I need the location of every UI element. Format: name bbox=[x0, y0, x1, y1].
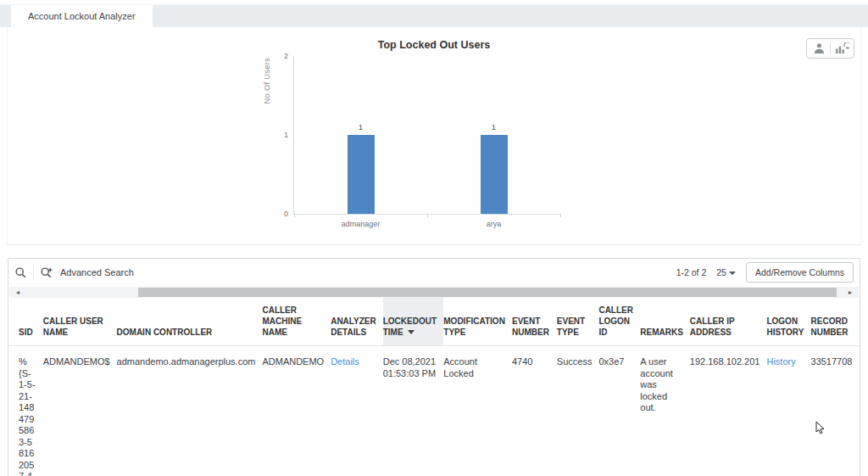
grid-toolbar: Advanced Search 1-2 of 2 25 Add/Remove C… bbox=[8, 259, 860, 286]
column-header-record-number[interactable]: RECORD NUMBER bbox=[811, 298, 860, 346]
x-category-label: admanager bbox=[342, 220, 381, 228]
cell-remarks: A user account was locked out. bbox=[640, 346, 690, 476]
cell-lockedout-time: Dec 08,2021 01:53:03 PM bbox=[383, 346, 444, 476]
table-panel: Advanced Search 1-2 of 2 25 Add/Remove C… bbox=[8, 258, 860, 476]
x-axis-tick bbox=[560, 214, 561, 217]
sort-desc-icon bbox=[408, 330, 415, 334]
column-header-analyzer-details[interactable]: ANALYZER DETAILS bbox=[331, 298, 383, 346]
cell-caller-machine-name: ADMANDEMO bbox=[262, 346, 331, 476]
table-header: SIDCALLER USER NAMEDOMAIN CONTROLLERCALL… bbox=[8, 298, 860, 346]
column-header-domain-controller[interactable]: DOMAIN CONTROLLER bbox=[117, 298, 263, 346]
details-link[interactable]: Details bbox=[331, 356, 359, 367]
x-axis-tick bbox=[294, 214, 295, 217]
cell-event-type: Success bbox=[557, 346, 599, 476]
column-header-event-number[interactable]: EVENT NUMBER bbox=[512, 298, 557, 346]
history-link[interactable]: History bbox=[766, 356, 795, 367]
advanced-search-icon[interactable] bbox=[40, 266, 53, 279]
page-size-dropdown[interactable]: 25 bbox=[716, 267, 736, 277]
column-header-caller-logon-id[interactable]: CALLER LOGON ID bbox=[598, 298, 640, 346]
y-tick-label: 1 bbox=[273, 131, 288, 139]
bar-arya[interactable] bbox=[481, 135, 508, 214]
divider bbox=[33, 266, 34, 279]
page-size-value: 25 bbox=[716, 267, 726, 277]
bar-value-label: 1 bbox=[477, 122, 511, 132]
advanced-search-label[interactable]: Advanced Search bbox=[60, 267, 134, 277]
scrollbar-thumb[interactable] bbox=[138, 288, 837, 297]
column-header-event-type[interactable]: EVENT TYPE bbox=[557, 298, 599, 346]
cell-event-number: 4740 bbox=[512, 346, 557, 476]
chart-refresh-icon[interactable] bbox=[831, 39, 854, 58]
table-row[interactable]: %{S-1-5-21-1484795863-58162057-416960951… bbox=[8, 346, 860, 476]
cell-caller-user-name: ADMANDEMO$ bbox=[43, 346, 117, 476]
toolbar-right: 1-2 of 2 25 Add/Remove Columns bbox=[676, 262, 854, 283]
column-header-caller-user-name[interactable]: CALLER USER NAME bbox=[43, 298, 117, 346]
x-category-label: arya bbox=[487, 220, 502, 228]
tab-bar: Account Lockout Analyzer bbox=[0, 4, 868, 27]
scroll-left-icon[interactable]: ◂ bbox=[11, 287, 25, 298]
column-header-remarks[interactable]: REMARKS bbox=[640, 298, 690, 346]
search-icon[interactable] bbox=[14, 266, 27, 279]
bar-admanager[interactable] bbox=[348, 135, 375, 214]
cell-modification-type: Account Locked bbox=[443, 346, 512, 476]
column-header-caller-ip-address[interactable]: CALLER IP ADDRESS bbox=[690, 298, 767, 346]
cell-record-number: 33517708 bbox=[811, 346, 860, 476]
column-header-lockedout-time[interactable]: LOCKEDOUT TIME bbox=[383, 298, 444, 346]
cell-sid: %{S-1-5-21-1484795863-58162057-416960951… bbox=[8, 346, 43, 476]
table-body: %{S-1-5-21-1484795863-58162057-416960951… bbox=[8, 346, 860, 476]
y-tick-label: 0 bbox=[273, 210, 288, 218]
scroll-right-icon[interactable]: ▸ bbox=[843, 287, 857, 298]
cell-analyzer-details[interactable]: Details bbox=[331, 346, 383, 476]
user-icon[interactable] bbox=[807, 39, 830, 58]
column-header-modification-type[interactable]: MODIFICATION TYPE bbox=[443, 298, 512, 346]
column-header-logon-history[interactable]: LOGON HISTORY bbox=[766, 298, 810, 346]
cell-caller-logon-id: 0x3e7 bbox=[598, 346, 640, 476]
cell-caller-ip-address: 192.168.102.201 bbox=[690, 346, 767, 476]
cell-logon-history[interactable]: History bbox=[766, 346, 810, 476]
horizontal-scrollbar[interactable]: ◂ ▸ bbox=[9, 287, 859, 298]
x-axis-tick bbox=[427, 214, 428, 217]
y-axis-label: No.Of Users bbox=[262, 58, 271, 104]
chart-actions-group bbox=[806, 38, 854, 59]
bar-value-label: 1 bbox=[344, 122, 378, 132]
y-tick-label: 2 bbox=[273, 52, 288, 60]
cell-domain-controller: admandemo.admanagerplus.com bbox=[117, 346, 263, 476]
bar-chart: 0121admanager1arya bbox=[293, 56, 560, 215]
column-header-sid[interactable]: SID bbox=[8, 298, 43, 346]
pagination-text: 1-2 of 2 bbox=[676, 267, 707, 277]
chart-title: Top Locked Out Users bbox=[8, 27, 860, 51]
toolbar-left: Advanced Search bbox=[14, 266, 134, 279]
chevron-down-icon bbox=[729, 272, 736, 275]
chart-panel: Top Locked Out Users No.Of Users 0121adm… bbox=[7, 27, 861, 245]
lockout-events-table: SIDCALLER USER NAMEDOMAIN CONTROLLERCALL… bbox=[8, 298, 860, 476]
tab-account-lockout-analyzer[interactable]: Account Lockout Analyzer bbox=[11, 5, 153, 28]
add-remove-columns-button[interactable]: Add/Remove Columns bbox=[746, 262, 854, 283]
column-header-caller-machine-name[interactable]: CALLER MACHINE NAME bbox=[262, 298, 331, 346]
